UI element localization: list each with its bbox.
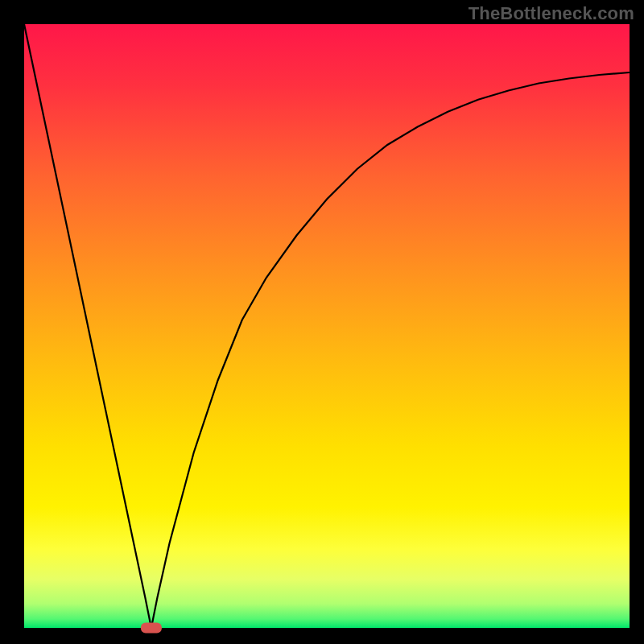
- watermark-text: TheBottleneck.com: [469, 3, 634, 24]
- chart-frame: TheBottleneck.com: [0, 0, 644, 644]
- gradient-panel: [24, 24, 630, 628]
- bottleneck-chart: [0, 0, 644, 644]
- optimal-marker: [141, 623, 162, 634]
